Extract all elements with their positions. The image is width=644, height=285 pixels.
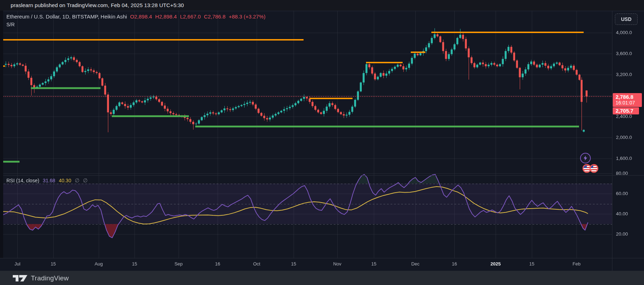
rsi-empty-icon: ∅ <box>83 177 88 183</box>
us-market-flags-badge[interactable] <box>582 164 599 173</box>
price-and-rsi-chart-canvas[interactable] <box>0 11 644 271</box>
tradingview-chart-page: praslearn published on TradingView.com, … <box>0 0 644 285</box>
price-scale-label: 4,000.0 <box>616 30 632 35</box>
real-price-label: 2,705.7 <box>613 107 639 114</box>
tradingview-wordmark: TradingView <box>31 274 69 282</box>
usa-flag-icon <box>582 164 599 173</box>
time-axis-label: Oct <box>253 261 260 267</box>
ohlc-open: O2,898.4 <box>130 14 152 20</box>
rsi-legend[interactable]: RSI (14, close)31.6840.30∅∅ <box>6 177 88 184</box>
time-axis-label: Nov <box>333 261 341 267</box>
price-scale-label: 3,600.0 <box>616 51 632 56</box>
rsi-scale-label: 80.00 <box>616 171 628 176</box>
chart-area: Ethereum / U.S. Dollar, 1D, BITSTAMP, He… <box>0 11 644 271</box>
time-axis[interactable]: Jul15Aug15Sep16Oct15Nov15Dec16202515Feb <box>0 258 644 271</box>
rsi-scale-label: 60.00 <box>616 191 628 196</box>
currency-usd-button[interactable]: USD <box>615 14 638 25</box>
time-axis-label: Dec <box>411 261 419 267</box>
price-scale-label: 3,200.0 <box>616 72 632 77</box>
rsi-ma-value: 40.30 <box>59 178 71 183</box>
current-price-label: 2,786.8 16:01:07 <box>613 93 642 107</box>
time-axis-label: 16 <box>452 261 457 267</box>
time-axis-label: 15 <box>371 261 376 267</box>
price-scale-label: 2,000.0 <box>616 135 632 140</box>
rsi-empty-icon: ∅ <box>75 177 80 183</box>
attribution-text: praslearn published on TradingView.com, … <box>11 2 184 8</box>
tradingview-mark-icon <box>13 274 28 283</box>
lightning-icon <box>583 156 588 161</box>
time-axis-label: 16 <box>215 261 220 267</box>
time-axis-label: Aug <box>94 261 103 267</box>
tradingview-logo[interactable]: TradingView <box>13 274 69 283</box>
price-scale-label: 2,400.0 <box>616 114 632 119</box>
chart-left-margin <box>0 11 3 258</box>
ohlc-low: L2,667.0 <box>180 14 201 20</box>
sr-indicator-label[interactable]: S/R <box>6 22 15 27</box>
time-axis-label: 15 <box>132 261 137 267</box>
instant-order-button[interactable] <box>580 153 591 163</box>
time-axis-label: Feb <box>573 261 580 267</box>
symbol-title[interactable]: Ethereum / U.S. Dollar, 1D, BITSTAMP, He… <box>6 14 127 20</box>
time-axis-label: 15 <box>51 261 56 267</box>
attribution-bar: praslearn published on TradingView.com, … <box>0 0 644 11</box>
time-axis-label: 15 <box>291 261 296 267</box>
price-scale[interactable]: 4,000.03,600.03,200.02,400.02,000.01,600… <box>612 11 644 258</box>
rsi-title[interactable]: RSI (14, close) <box>6 178 39 183</box>
rsi-scale-label: 40.00 <box>616 211 628 216</box>
time-axis-label: 2025 <box>491 261 501 267</box>
current-price-value: 2,786.8 <box>616 94 642 100</box>
change-value: +88.3 (+3.27%) <box>229 14 265 20</box>
ohlc-high: H2,898.4 <box>155 14 177 20</box>
ohlc-close: C2,786.8 <box>204 14 226 20</box>
time-axis-label: 15 <box>529 261 534 267</box>
time-axis-label: Sep <box>174 261 182 267</box>
rsi-scale-label: 20.00 <box>616 231 628 237</box>
time-axis-label: Jul <box>15 261 21 267</box>
bottom-brand-bar: TradingView <box>0 271 644 285</box>
bar-countdown: 16:01:07 <box>616 100 642 106</box>
rsi-value: 31.68 <box>43 178 55 183</box>
symbol-legend[interactable]: Ethereum / U.S. Dollar, 1D, BITSTAMP, He… <box>6 14 266 20</box>
price-scale-label: 1,600.0 <box>616 156 632 161</box>
